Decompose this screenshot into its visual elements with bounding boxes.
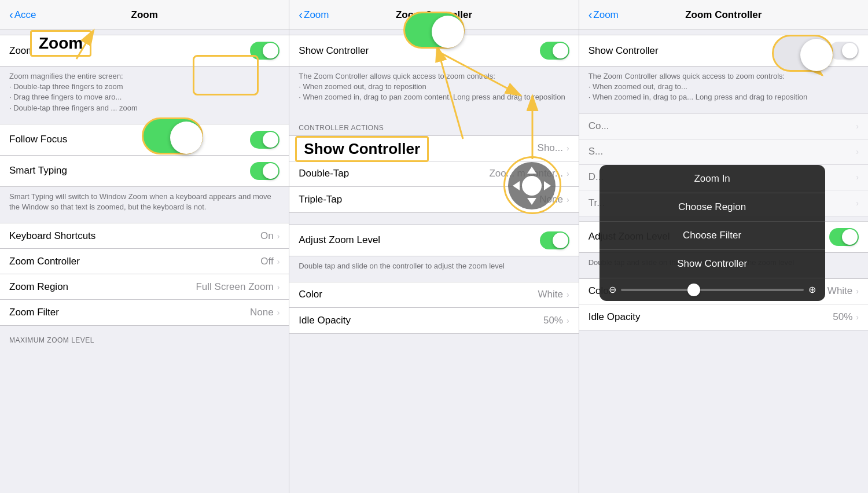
- show-controller-description-p2: The Zoom Controller allows quick access …: [289, 67, 578, 109]
- chevron-dt: ›: [567, 169, 569, 178]
- chevron-s: ›: [856, 147, 859, 156]
- panel-zoom-controller: ‹ Zoom Zoom Controller Show Controller T…: [289, 0, 579, 493]
- dropdown-menu-p3: Zoom In Choose Region Choose Filter Show…: [599, 165, 825, 301]
- back-button-panel3[interactable]: ‹ Zoom: [589, 9, 619, 21]
- color-item-p2[interactable]: Color White ›: [289, 282, 578, 308]
- chevron-tr: ›: [856, 198, 859, 208]
- idle-opacity-label-p2: Idle Opacity: [299, 315, 543, 326]
- back-label-panel3: Zoom: [593, 9, 618, 21]
- zoom-region-item[interactable]: Zoom Region Full Screen Zoom ›: [0, 274, 289, 300]
- chevron-left-icon-p3: ‹: [589, 9, 593, 20]
- panel-zoom-settings: ‹ Acce Zoom Zoom Zoom magnifies the enti…: [0, 0, 289, 493]
- dropdown-choose-region[interactable]: Choose Region: [599, 193, 825, 222]
- zoom-toggle-item[interactable]: Zoom: [0, 35, 289, 66]
- toggle-thumb-azl-p2: [553, 233, 568, 248]
- adjust-zoom-toggle-p2[interactable]: [540, 231, 569, 249]
- back-label-panel2: Zoom: [304, 9, 329, 21]
- panel-zoom-controller-3: ‹ Zoom Zoom Controller Show Controller T…: [579, 0, 868, 493]
- zoom-out-icon: ⊖: [609, 284, 616, 295]
- chevron-d: ›: [856, 172, 859, 182]
- adjust-zoom-item-p2[interactable]: Adjust Zoom Level: [289, 225, 578, 256]
- follow-focus-toggle[interactable]: [250, 131, 279, 149]
- controller-actions-header: CONTROLLER ACTIONS: [289, 113, 578, 135]
- show-controller-label-p3: Show Controller: [589, 45, 829, 57]
- controller-drag-widget: [508, 162, 556, 209]
- chevron-st: ›: [567, 144, 569, 153]
- chevron-zr: ›: [277, 282, 280, 292]
- keyboard-shortcuts-item[interactable]: Keyboard Shortcuts On ›: [0, 223, 289, 249]
- smart-typing-toggle[interactable]: [250, 162, 279, 180]
- toggle-thumb: [263, 43, 278, 58]
- zoom-controller-value: Off: [260, 256, 273, 267]
- partial-item-co: Co... ›: [579, 114, 868, 139]
- zoom-filter-item[interactable]: Zoom Filter None ›: [0, 300, 289, 325]
- smart-typing-item[interactable]: Smart Typing: [0, 156, 289, 186]
- page-title-panel2: Zoom Controller: [396, 9, 472, 21]
- show-controller-label-p2: Show Controller: [299, 45, 539, 57]
- adjust-zoom-group-p2: Adjust Zoom Level: [289, 225, 578, 256]
- chevron-left-icon: ‹: [9, 9, 13, 20]
- dropdown-slider-row: ⊖ ⊕: [599, 278, 825, 301]
- nav-bar-panel2: ‹ Zoom Zoom Controller: [289, 0, 578, 30]
- max-zoom-header: MAXIMUM ZOOM LEVEL: [0, 326, 289, 348]
- show-controller-group-p2: Show Controller: [289, 35, 578, 67]
- idle-opacity-label-p3: Idle Opacity: [589, 311, 833, 323]
- nav-bar-panel1: ‹ Acce Zoom: [0, 0, 289, 30]
- smart-typing-label: Smart Typing: [9, 165, 250, 176]
- triple-tap-label: Triple-Tap: [299, 194, 539, 205]
- show-controller-item-p2[interactable]: Show Controller: [289, 35, 578, 66]
- partial-label-s: S...: [589, 146, 856, 157]
- follow-focus-label: Follow Focus: [9, 134, 250, 145]
- back-button-panel2[interactable]: ‹ Zoom: [299, 9, 329, 21]
- chevron-color-p2: ›: [567, 290, 569, 299]
- partial-label-co: Co...: [589, 120, 856, 132]
- show-controller-item-p3[interactable]: Show Controller: [579, 35, 868, 66]
- keyboard-shortcuts-label: Keyboard Shortcuts: [9, 230, 260, 242]
- zoom-controller-label: Zoom Controller: [9, 256, 260, 267]
- keyboard-shortcuts-value: On: [260, 230, 274, 242]
- idle-opacity-value-p2: 50%: [543, 315, 563, 326]
- slider-thumb: [687, 284, 700, 296]
- zoom-region-value: Full Screen Zoom: [196, 281, 273, 293]
- zoom-in-icon: ⊕: [808, 284, 816, 295]
- idle-opacity-item-p3[interactable]: Idle Opacity 50% ›: [579, 304, 868, 330]
- settings-group: Keyboard Shortcuts On › Zoom Controller …: [0, 223, 289, 326]
- double-tap-label: Double-Tap: [299, 168, 489, 179]
- chevron-ks: ›: [277, 231, 280, 241]
- dropdown-choose-filter[interactable]: Choose Filter: [599, 222, 825, 250]
- chevron-co: ›: [856, 122, 859, 131]
- zoom-toggle-group: Zoom: [0, 35, 289, 67]
- back-label-panel1: Acce: [14, 9, 36, 21]
- zoom-controller-item[interactable]: Zoom Controller Off ›: [0, 249, 289, 274]
- show-controller-toggle-p2[interactable]: [540, 42, 569, 60]
- chevron-io-p3: ›: [856, 312, 859, 322]
- show-controller-description-p3: The Zoom Controller allows quick access …: [579, 67, 868, 109]
- adjust-zoom-toggle-p3[interactable]: [829, 228, 859, 246]
- dropdown-show-controller[interactable]: Show Controller: [599, 250, 825, 278]
- idle-opacity-item-p2[interactable]: Idle Opacity 50% ›: [289, 308, 578, 333]
- adjust-zoom-label-p2: Adjust Zoom Level: [299, 234, 539, 246]
- single-tap-item[interactable]: Single-Tap Sho... ›: [289, 136, 578, 161]
- zoom-filter-label: Zoom Filter: [9, 307, 250, 318]
- zoom-toggle[interactable]: [250, 42, 279, 60]
- chevron-zc: ›: [277, 257, 280, 266]
- content-panel1: Zoom Zoom magnifies the entire screen: ·…: [0, 30, 289, 493]
- show-controller-toggle-p3[interactable]: [829, 42, 859, 60]
- toggle-thumb-ff: [263, 132, 278, 148]
- zoom-filter-value: None: [250, 307, 274, 318]
- color-opacity-group-p2: Color White › Idle Opacity 50% ›: [289, 282, 578, 334]
- idle-opacity-value-p3: 50%: [833, 311, 852, 323]
- toggle-thumb-sc-p3: [842, 43, 858, 58]
- slider-track[interactable]: [621, 289, 804, 291]
- chevron-tt: ›: [567, 195, 569, 204]
- page-title-panel3: Zoom Controller: [685, 9, 762, 21]
- follow-focus-item[interactable]: Follow Focus: [0, 124, 289, 156]
- smart-typing-description: Smart Typing will switch to Window Zoom …: [0, 187, 289, 218]
- single-tap-value: Sho...: [538, 142, 563, 154]
- toggle-thumb-sc-p2: [553, 43, 568, 58]
- nav-bar-panel3: ‹ Zoom Zoom Controller: [579, 0, 868, 30]
- back-button-panel1[interactable]: ‹ Acce: [9, 9, 36, 21]
- chevron-zf: ›: [277, 308, 280, 317]
- dropdown-zoom-in[interactable]: Zoom In: [599, 165, 825, 193]
- color-value-p3: White: [827, 285, 852, 297]
